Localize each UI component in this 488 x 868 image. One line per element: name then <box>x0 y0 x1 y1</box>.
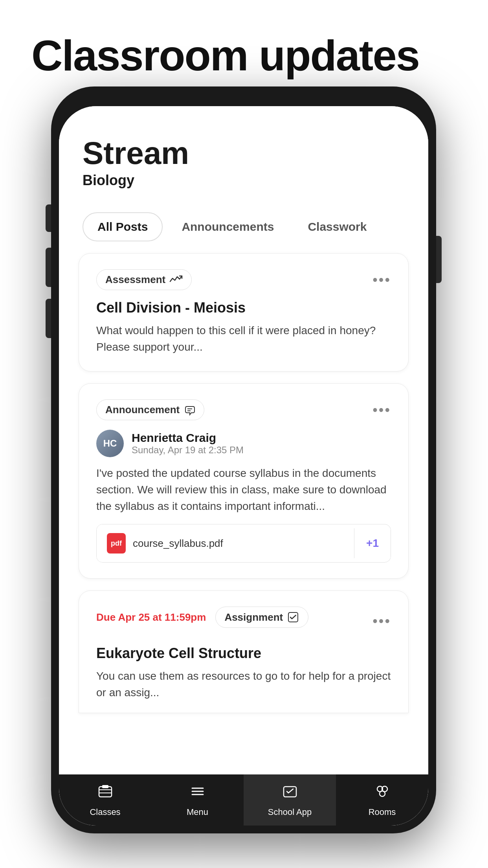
stream-title: Stream <box>83 138 405 169</box>
announcement-card[interactable]: Announcement ••• HC <box>79 383 409 579</box>
phone-mute-button <box>46 204 51 232</box>
schoolapp-icon <box>281 783 299 804</box>
pdf-icon: pdf <box>107 533 126 554</box>
attachment-count[interactable]: +1 <box>354 528 391 558</box>
page-title: Classroom updates <box>31 31 419 79</box>
classes-icon <box>97 783 114 804</box>
assessment-more-button[interactable]: ••• <box>372 272 391 288</box>
assessment-icon <box>169 274 183 285</box>
avatar: HC <box>96 430 124 457</box>
assessment-badge: Assessment <box>96 269 192 290</box>
assessment-card-title: Cell Division - Meiosis <box>96 300 391 316</box>
author-name: Henrietta Craig <box>132 431 244 445</box>
announcement-badge: Announcement <box>96 399 204 420</box>
attachment-file: pdf course_syllabus.pdf <box>97 524 354 562</box>
phone-frame: Stream Biology All Posts Announcements C… <box>51 86 436 833</box>
due-date: Due Apr 25 at 11:59pm <box>96 611 206 623</box>
bottom-nav: Classes Menu <box>59 774 428 826</box>
author-info: Henrietta Craig Sunday, Apr 19 at 2:35 P… <box>132 431 244 456</box>
nav-label-rooms: Rooms <box>369 807 396 817</box>
nav-item-menu[interactable]: Menu <box>151 774 244 826</box>
nav-item-rooms[interactable]: Rooms <box>336 774 428 826</box>
assignment-icon <box>287 611 299 623</box>
assignment-card-header: Due Apr 25 at 11:59pm Assignment ••• <box>96 607 391 636</box>
stream-header: Stream Biology <box>59 106 428 200</box>
svg-rect-6 <box>102 785 108 788</box>
tabs-bar: All Posts Announcements Classwork <box>59 212 428 241</box>
assignment-card-title: Eukaryote Cell Structure <box>96 645 391 662</box>
tab-announcements[interactable]: Announcements <box>167 212 289 241</box>
assessment-badge-label: Assessment <box>105 274 165 286</box>
nav-label-classes: Classes <box>90 807 120 817</box>
screen-content: Stream Biology All Posts Announcements C… <box>59 106 428 826</box>
author-row: HC Henrietta Craig Sunday, Apr 19 at 2:3… <box>96 430 391 457</box>
assessment-card-header: Assessment ••• <box>96 269 391 290</box>
assignment-badge: Assignment <box>215 607 308 628</box>
due-row: Due Apr 25 at 11:59pm Assignment <box>96 607 308 628</box>
svg-point-13 <box>380 791 385 796</box>
author-date: Sunday, Apr 19 at 2:35 PM <box>132 445 244 456</box>
cards-container: Assessment ••• Cell Division - Meiosis W… <box>59 241 428 725</box>
content-area: Stream Biology All Posts Announcements C… <box>59 106 428 774</box>
stream-subtitle: Biology <box>83 172 405 189</box>
announcement-more-button[interactable]: ••• <box>372 402 391 418</box>
tab-classwork[interactable]: Classwork <box>293 212 382 241</box>
tab-all-posts[interactable]: All Posts <box>83 212 163 241</box>
phone-screen: Stream Biology All Posts Announcements C… <box>59 106 428 826</box>
assignment-more-button[interactable]: ••• <box>372 613 391 629</box>
assignment-badge-label: Assignment <box>224 611 283 623</box>
announcement-badge-label: Announcement <box>105 404 180 416</box>
nav-label-schoolapp: School App <box>268 807 312 817</box>
menu-icon <box>189 783 206 804</box>
assignment-card[interactable]: Due Apr 25 at 11:59pm Assignment ••• <box>79 590 409 713</box>
nav-item-schoolapp[interactable]: School App <box>244 774 336 826</box>
rooms-icon <box>374 783 391 804</box>
phone-notch <box>193 86 295 106</box>
assessment-card[interactable]: Assessment ••• Cell Division - Meiosis W… <box>79 253 409 371</box>
announcement-icon <box>183 404 195 416</box>
assignment-card-body: You can use them as resources to go to f… <box>96 668 391 701</box>
phone-volume-down-button <box>46 299 51 338</box>
nav-label-menu: Menu <box>187 807 208 817</box>
avatar-inner: HC <box>96 430 124 457</box>
attachment[interactable]: pdf course_syllabus.pdf +1 <box>96 524 391 563</box>
phone-volume-up-button <box>46 248 51 287</box>
attachment-name: course_syllabus.pdf <box>133 537 223 550</box>
phone-power-button <box>436 236 442 283</box>
announcement-card-body: I've posted the updated course syllabus … <box>96 465 391 515</box>
announcement-card-header: Announcement ••• <box>96 399 391 420</box>
nav-item-classes[interactable]: Classes <box>59 774 151 826</box>
assessment-card-body: What would happen to this cell if it wer… <box>96 322 391 355</box>
